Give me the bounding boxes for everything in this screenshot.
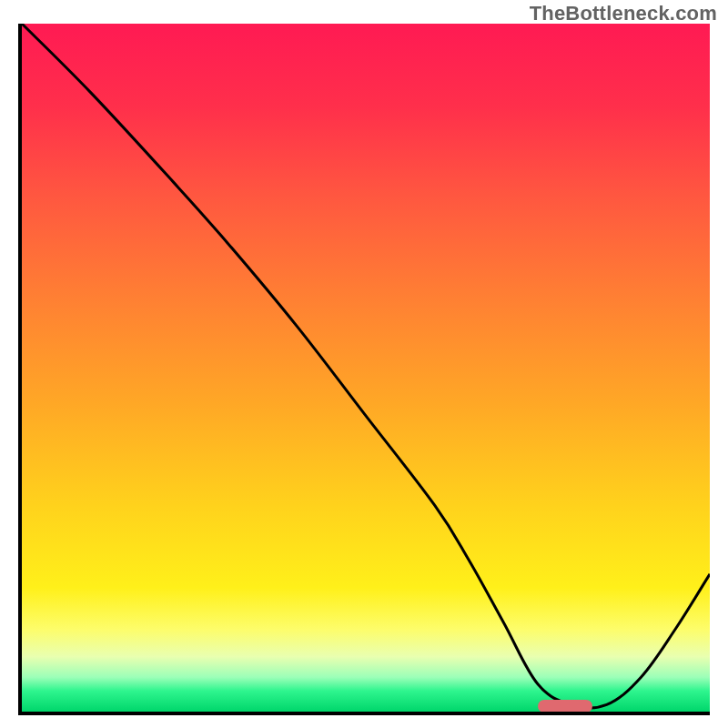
optimal-marker	[538, 700, 592, 713]
bottleneck-curve	[22, 24, 710, 712]
curve-path	[22, 24, 710, 708]
watermark-text: TheBottleneck.com	[530, 2, 717, 25]
plot-area	[18, 24, 710, 715]
chart-container: TheBottleneck.com	[0, 0, 728, 728]
